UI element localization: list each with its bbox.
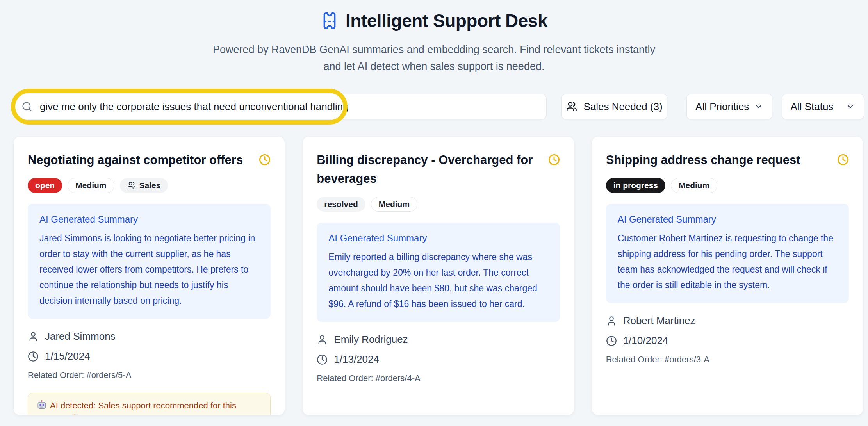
page-title: Intelligent Support Desk (0, 10, 868, 31)
related-order: Related Order: #orders/3-A (606, 355, 849, 365)
clock-icon (28, 351, 39, 362)
ticket-date: 1/15/2024 (45, 350, 90, 362)
badge-row: resolved Medium (317, 197, 560, 212)
ai-summary-text: Jared Simmons is looking to negotiate be… (39, 230, 259, 308)
status-filter-select[interactable]: All Status (782, 94, 864, 119)
page-title-text: Intelligent Support Desk (346, 10, 547, 31)
chevron-down-icon (846, 102, 855, 111)
ticket-card[interactable]: Billing discrepancy - Overcharged for be… (303, 137, 574, 415)
customer-row: Jared Simmons (28, 330, 271, 342)
ticket-title: Negotiating against competitor offers (28, 151, 259, 169)
status-badge: in progress (606, 178, 665, 193)
subtitle-line-2: and let AI detect when sales support is … (324, 61, 545, 72)
search-bar (14, 94, 547, 119)
clock-icon (606, 335, 617, 346)
robot-icon (37, 400, 47, 410)
ai-summary-text: Customer Robert Martinez is requesting t… (618, 230, 837, 293)
priority-filter-select[interactable]: All Priorities (686, 94, 772, 119)
status-badge: open (28, 178, 62, 193)
ai-summary-box: AI Generated Summary Customer Robert Mar… (606, 204, 849, 303)
ticket-title: Shipping address change request (606, 151, 837, 169)
date-row: 1/10/2024 (606, 335, 849, 347)
priority-badge: Medium (371, 197, 417, 212)
clock-icon (317, 354, 328, 365)
clock-icon (548, 154, 560, 166)
ticket-card[interactable]: Shipping address change request in progr… (592, 137, 863, 415)
ticket-card[interactable]: Negotiating against competitor offers op… (14, 137, 285, 415)
search-icon (21, 101, 32, 112)
sales-needed-label: Sales Needed (3) (583, 101, 662, 113)
badge-row: in progress Medium (606, 178, 849, 193)
ticket-date: 1/10/2024 (623, 335, 668, 347)
ticket-list: Negotiating against competitor offers op… (14, 137, 863, 415)
ai-summary-label: AI Generated Summary (39, 214, 259, 225)
ticket-date: 1/13/2024 (334, 353, 379, 365)
related-order: Related Order: #orders/5-A (28, 370, 271, 380)
subtitle-line-1: Powered by RavenDB GenAI summaries and e… (213, 44, 655, 55)
priority-badge: Medium (68, 178, 114, 193)
support-desk-app: Intelligent Support Desk Powered by Rave… (0, 0, 868, 426)
sales-badge: Sales (120, 178, 168, 193)
customer-name: Robert Martinez (623, 315, 695, 327)
priority-filter-value: All Priorities (695, 101, 749, 113)
ai-summary-box: AI Generated Summary Jared Simmons is lo… (28, 204, 271, 319)
chevron-down-icon (754, 102, 763, 111)
customer-name: Emily Rodriguez (334, 333, 408, 346)
app-header: Intelligent Support Desk Powered by Rave… (0, 0, 868, 75)
customer-row: Emily Rodriguez (317, 333, 560, 346)
date-row: 1/13/2024 (317, 353, 560, 365)
filter-toolbar: Sales Needed (3) All Priorities All Stat… (14, 94, 864, 119)
user-icon (317, 334, 328, 345)
clock-icon (837, 154, 849, 166)
users-icon (127, 181, 136, 190)
date-row: 1/15/2024 (28, 350, 271, 362)
user-icon (28, 331, 39, 342)
ticket-icon (321, 12, 339, 30)
badge-row: open Medium Sales (28, 178, 271, 193)
search-input[interactable] (14, 94, 547, 119)
related-order: Related Order: #orders/4-A (317, 373, 560, 383)
priority-badge: Medium (671, 178, 717, 193)
ticket-meta: Emily Rodriguez 1/13/2024 (317, 333, 560, 365)
ai-summary-text: Emily reported a billing discrepancy whe… (328, 249, 548, 312)
sales-needed-button[interactable]: Sales Needed (3) (561, 94, 667, 119)
ai-summary-label: AI Generated Summary (328, 233, 548, 244)
app-subtitle: Powered by RavenDB GenAI summaries and e… (0, 41, 868, 75)
clock-icon (259, 154, 271, 166)
user-icon (606, 315, 617, 326)
ai-summary-box: AI Generated Summary Emily reported a bi… (317, 223, 560, 322)
sales-badge-label: Sales (139, 181, 161, 190)
ticket-meta: Jared Simmons 1/15/2024 (28, 330, 271, 362)
status-badge: resolved (317, 197, 365, 212)
ai-summary-label: AI Generated Summary (618, 214, 837, 225)
ai-detected-banner: AI detected: Sales support recommended f… (28, 393, 271, 415)
ticket-meta: Robert Martinez 1/10/2024 (606, 315, 849, 347)
users-icon (566, 101, 577, 112)
customer-row: Robert Martinez (606, 315, 849, 327)
customer-name: Jared Simmons (45, 330, 116, 342)
status-filter-value: All Status (791, 101, 834, 113)
ai-banner-text: AI detected: Sales support recommended f… (37, 401, 236, 415)
ticket-title: Billing discrepancy - Overcharged for be… (317, 151, 548, 188)
